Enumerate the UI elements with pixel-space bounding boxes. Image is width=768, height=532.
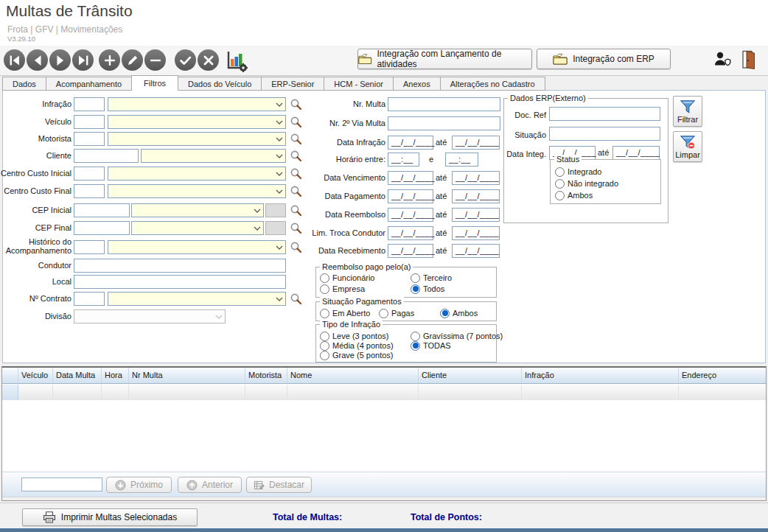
chart-settings-button[interactable] — [225, 49, 248, 72]
veiculo-combo[interactable] — [108, 115, 286, 129]
table-row[interactable] — [2, 385, 766, 400]
veiculo-code-input[interactable] — [74, 115, 105, 129]
local-input[interactable] — [74, 275, 286, 289]
historico-search-icon[interactable] — [290, 241, 302, 253]
column-header-data-multa[interactable]: Data Multa — [53, 368, 102, 383]
cancel-button[interactable] — [198, 49, 219, 71]
radio-em-aberto[interactable]: Em Aberto — [320, 308, 370, 318]
radio-pagas[interactable]: Pagas — [379, 308, 414, 318]
last-record-button[interactable] — [72, 49, 94, 71]
motorista-combo[interactable] — [108, 132, 286, 146]
motorista-search-icon[interactable] — [290, 133, 302, 145]
tab-acompanhamento[interactable]: Acompanhamento — [46, 77, 132, 91]
centro-custo-inicial-code-input[interactable] — [74, 167, 105, 181]
radio-funcionario[interactable]: Funcionário — [320, 273, 374, 283]
radio-grave[interactable]: Grave (5 pontos) — [320, 350, 394, 360]
data-recebimento-ate-input[interactable]: __/__/____ — [452, 244, 500, 258]
centro-custo-final-code-input[interactable] — [74, 184, 105, 198]
column-header-nome[interactable]: Nome — [287, 368, 419, 383]
nr-multa-input[interactable] — [388, 97, 500, 111]
horario-de-input[interactable]: __:__ — [388, 153, 419, 167]
integration-erp-button[interactable]: Integração com ERP — [537, 49, 671, 69]
column-header-cliente[interactable]: Cliente — [419, 368, 522, 383]
n-contrato-code-input[interactable] — [74, 292, 105, 306]
cliente-combo[interactable] — [141, 149, 286, 163]
radio-ambos-pagamentos[interactable]: Ambos — [440, 308, 478, 318]
cep-inicial-input[interactable] — [74, 203, 130, 217]
grid-search-input[interactable] — [21, 477, 102, 491]
radio-ambos-status[interactable]: Ambos — [555, 190, 593, 200]
tab-dados-do-veiculo[interactable]: Dados do Veículo — [178, 77, 262, 91]
anterior-button[interactable]: Anterior — [178, 477, 242, 493]
column-header-nr-multa[interactable]: Nr Multa — [129, 368, 245, 383]
cep-inicial-search-icon[interactable] — [290, 204, 302, 217]
edit-record-button[interactable] — [122, 49, 143, 71]
doc-ref-input[interactable] — [549, 107, 660, 121]
column-header-veiculo[interactable]: Veículo — [18, 368, 53, 383]
lim-troca-de-input[interactable]: __/__/____ — [388, 226, 433, 240]
integration-activities-button[interactable]: Integração com Lançamento de atividades — [357, 49, 532, 69]
exit-button[interactable] — [741, 50, 756, 69]
condutor-input[interactable] — [74, 259, 286, 273]
data-reembolso-ate-input[interactable]: __/__/____ — [452, 208, 500, 222]
column-header-hora[interactable]: Hora — [102, 368, 129, 383]
previous-record-button[interactable] — [27, 49, 48, 71]
filtrar-button[interactable]: Filtrar — [673, 96, 702, 127]
tab-erp-senior[interactable]: ERP-Senior — [261, 77, 324, 91]
data-integ-ate-input[interactable]: __/__/____ — [612, 146, 660, 160]
radio-media[interactable]: Média (4 pontos) — [320, 340, 394, 351]
cep-final-input[interactable] — [74, 221, 130, 235]
add-record-button[interactable] — [99, 49, 120, 71]
cliente-search-icon[interactable] — [290, 150, 302, 162]
infracao-combo[interactable] — [108, 97, 286, 111]
centro-custo-final-combo[interactable] — [108, 184, 286, 198]
first-record-button[interactable] — [4, 49, 25, 71]
n-contrato-combo[interactable] — [108, 292, 286, 306]
infracao-code-input[interactable] — [74, 97, 105, 111]
lim-troca-ate-input[interactable]: __/__/____ — [452, 226, 500, 240]
historico-combo[interactable] — [108, 240, 286, 254]
proximo-button[interactable]: Próximo — [106, 477, 172, 493]
radio-gravissima[interactable]: Gravíssima (7 pontos) — [411, 331, 503, 341]
imprimir-button[interactable]: Imprimir Multas Selecionadas — [22, 508, 198, 526]
radio-todas[interactable]: TODAS — [411, 340, 451, 351]
tab-alteracoes-no-cadastro[interactable]: Alterações no Cadastro — [440, 77, 545, 91]
data-vencimento-ate-input[interactable]: __/__/____ — [452, 171, 500, 185]
veiculo-search-icon[interactable] — [290, 116, 302, 128]
tab-dados[interactable]: Dados — [2, 77, 46, 91]
data-infracao-de-input[interactable]: __/__/____ — [388, 136, 433, 150]
tab-filtros[interactable]: Filtros — [131, 75, 178, 91]
tab-anexos[interactable]: Anexos — [393, 77, 441, 91]
centro-custo-inicial-search-icon[interactable] — [290, 167, 302, 180]
radio-todos[interactable]: Todos — [411, 284, 444, 294]
data-infracao-ate-input[interactable]: __/__/____ — [452, 136, 500, 150]
data-reembolso-de-input[interactable]: __/__/____ — [388, 208, 433, 222]
data-recebimento-de-input[interactable]: __/__/____ — [388, 244, 433, 258]
column-header-endereco[interactable]: Endereço — [679, 368, 766, 383]
next-record-button[interactable] — [49, 49, 71, 71]
radio-terceiro[interactable]: Terceiro — [411, 273, 452, 283]
nr-2via-input[interactable] — [388, 116, 500, 130]
tab-hcm-senior[interactable]: HCM - Senior — [324, 77, 394, 91]
radio-leve[interactable]: Leve (3 pontos) — [320, 331, 388, 341]
column-header-motorista[interactable]: Motorista — [245, 368, 287, 383]
infracao-search-icon[interactable] — [290, 98, 302, 111]
confirm-button[interactable] — [175, 49, 196, 71]
column-header-infracao[interactable]: Infração — [522, 368, 679, 383]
cliente-code-input[interactable] — [74, 149, 139, 163]
centro-custo-final-search-icon[interactable] — [290, 185, 302, 197]
data-pagamento-de-input[interactable]: __/__/____ — [388, 189, 433, 203]
delete-record-button[interactable] — [144, 49, 166, 71]
user-permissions-button[interactable] — [713, 52, 733, 68]
cep-final-search-icon[interactable] — [290, 222, 302, 234]
horario-ate-input[interactable]: __:__ — [445, 153, 478, 167]
radio-integrado[interactable]: Integrado — [555, 167, 601, 177]
radio-empresa[interactable]: Empresa — [320, 284, 365, 294]
motorista-code-input[interactable] — [74, 132, 105, 146]
radio-nao-integrado[interactable]: Não integrado — [555, 178, 618, 189]
historico-code-input[interactable] — [74, 240, 105, 254]
data-pagamento-ate-input[interactable]: __/__/____ — [452, 189, 500, 203]
cep-final-combo[interactable] — [131, 221, 264, 235]
erp-situacao-input[interactable] — [549, 127, 660, 141]
centro-custo-inicial-combo[interactable] — [108, 167, 286, 181]
